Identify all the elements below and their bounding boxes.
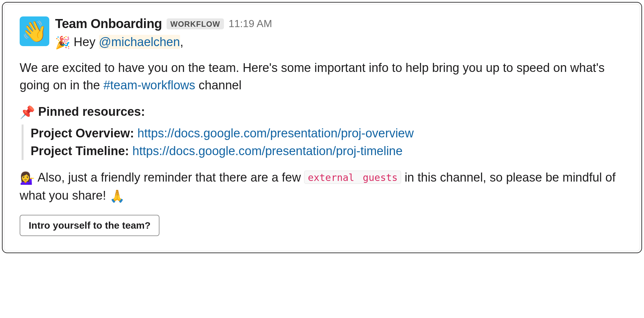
pinned-item-label: Project Timeline:: [31, 144, 132, 158]
message-content: 🎉 Hey @michaelchen, We are excited to ha…: [55, 34, 626, 236]
message-card: 👋 Team Onboarding WORKFLOW 11:19 AM 🎉 He…: [4, 4, 640, 251]
inline-code-external-guests: external guests: [304, 171, 401, 184]
user-mention[interactable]: @michaelchen: [99, 35, 180, 49]
message-header: Team Onboarding WORKFLOW 11:19 AM: [55, 16, 626, 31]
cta-row: Intro yourself to the team?: [20, 215, 626, 236]
pray-icon: 🙏: [110, 188, 125, 205]
pinned-item-link[interactable]: https://docs.google.com/presentation/pro…: [132, 144, 403, 158]
intro-paragraph: We are excited to have you on the team. …: [20, 59, 626, 94]
workflow-badge: WORKFLOW: [167, 18, 224, 29]
pinned-heading-text: Pinned resources:: [35, 105, 145, 118]
pinned-item-label: Project Overview:: [31, 126, 138, 140]
pinned-item: Project Overview: https://docs.google.co…: [31, 124, 626, 142]
message-timestamp[interactable]: 11:19 AM: [228, 18, 272, 30]
pinned-item-link[interactable]: https://docs.google.com/presentation/pro…: [138, 126, 414, 140]
pushpin-icon: 📌: [20, 104, 35, 121]
message-row: 👋 Team Onboarding WORKFLOW 11:19 AM 🎉 He…: [20, 16, 626, 236]
sender-name[interactable]: Team Onboarding: [55, 16, 162, 31]
message-full-width-block: We are excited to have you on the team. …: [20, 59, 626, 205]
pinned-item: Project Timeline: https://docs.google.co…: [31, 142, 626, 160]
message-card-outer: 👋 Team Onboarding WORKFLOW 11:19 AM 🎉 He…: [2, 2, 642, 253]
workflow-avatar[interactable]: 👋: [20, 16, 49, 46]
reminder-text-before: Also, just a friendly reminder that ther…: [35, 171, 304, 184]
greeting-prefix: Hey: [70, 35, 99, 49]
reminder-paragraph: 💁‍♀️ Also, just a friendly reminder that…: [20, 169, 626, 205]
greeting-suffix: ,: [180, 35, 184, 49]
intro-yourself-button[interactable]: Intro yourself to the team?: [20, 215, 159, 236]
greeting-line: 🎉 Hey @michaelchen,: [55, 34, 626, 52]
wave-icon: 👋: [22, 21, 47, 42]
person-tipping-hand-icon: 💁‍♀️: [20, 170, 35, 187]
message-body: Team Onboarding WORKFLOW 11:19 AM 🎉 Hey …: [55, 16, 626, 236]
pinned-quote-block: Project Overview: https://docs.google.co…: [22, 124, 626, 160]
channel-link[interactable]: #team-workflows: [103, 78, 195, 92]
intro-text-after: channel: [195, 78, 242, 92]
party-popper-icon: 🎉: [55, 34, 70, 52]
pinned-heading: 📌 Pinned resources:: [20, 103, 626, 121]
